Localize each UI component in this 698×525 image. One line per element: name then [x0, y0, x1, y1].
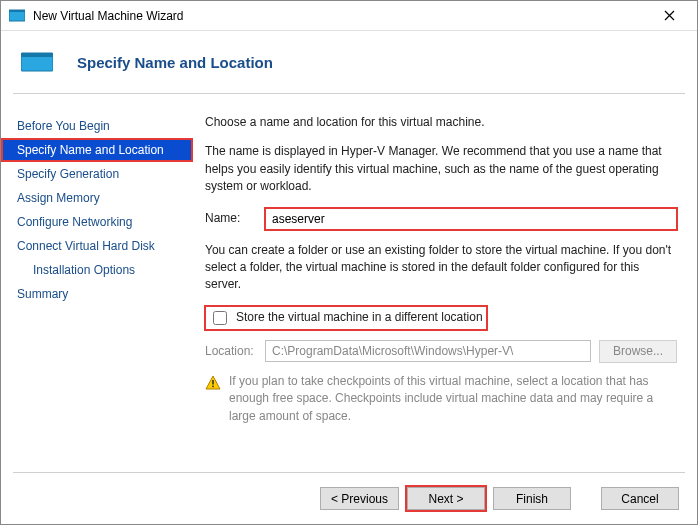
different-location-row: Store the virtual machine in a different… [205, 306, 487, 330]
window-title: New Virtual Machine Wizard [33, 9, 649, 23]
next-button[interactable]: Next > [407, 487, 485, 510]
name-label: Name: [205, 210, 257, 227]
intro-text: Choose a name and location for this virt… [205, 114, 677, 131]
svg-rect-4 [212, 380, 214, 385]
hyperv-header-icon [21, 50, 53, 74]
step-specify-name-location[interactable]: Specify Name and Location [1, 138, 193, 162]
previous-button[interactable]: < Previous [320, 487, 399, 510]
step-configure-networking[interactable]: Configure Networking [1, 210, 193, 234]
wizard-header: Specify Name and Location [1, 31, 697, 93]
warning-row: If you plan to take checkpoints of this … [205, 373, 677, 425]
step-assign-memory[interactable]: Assign Memory [1, 186, 193, 210]
vm-name-input[interactable] [265, 208, 677, 230]
location-row: Location: Browse... [205, 340, 677, 363]
wizard-main: Choose a name and location for this virt… [193, 110, 681, 472]
location-label: Location: [205, 343, 257, 360]
titlebar: New Virtual Machine Wizard [1, 1, 697, 31]
close-button[interactable] [649, 2, 689, 30]
wizard-window: New Virtual Machine Wizard Specify Name … [0, 0, 698, 525]
cancel-button[interactable]: Cancel [601, 487, 679, 510]
step-specify-generation[interactable]: Specify Generation [1, 162, 193, 186]
step-installation-options[interactable]: Installation Options [1, 258, 193, 282]
location-input [265, 340, 591, 362]
svg-rect-5 [212, 385, 214, 387]
different-location-checkbox[interactable] [213, 311, 227, 325]
different-location-label: Store the virtual machine in a different… [236, 309, 483, 326]
step-before-you-begin[interactable]: Before You Begin [1, 114, 193, 138]
page-title: Specify Name and Location [77, 54, 273, 71]
warning-text: If you plan to take checkpoints of this … [229, 373, 677, 425]
wizard-body: Before You Begin Specify Name and Locati… [1, 94, 697, 472]
description-text: The name is displayed in Hyper-V Manager… [205, 143, 677, 195]
step-connect-vhd[interactable]: Connect Virtual Hard Disk [1, 234, 193, 258]
folder-description: You can create a folder or use an existi… [205, 242, 677, 294]
svg-rect-1 [9, 10, 25, 12]
step-summary[interactable]: Summary [1, 282, 193, 306]
svg-rect-3 [21, 53, 53, 57]
wizard-steps-sidebar: Before You Begin Specify Name and Locati… [1, 110, 193, 472]
warning-icon [205, 375, 221, 391]
hyperv-icon [9, 8, 25, 24]
wizard-footer: < Previous Next > Finish Cancel [13, 472, 685, 524]
name-row: Name: [205, 208, 677, 230]
finish-button[interactable]: Finish [493, 487, 571, 510]
browse-button: Browse... [599, 340, 677, 363]
